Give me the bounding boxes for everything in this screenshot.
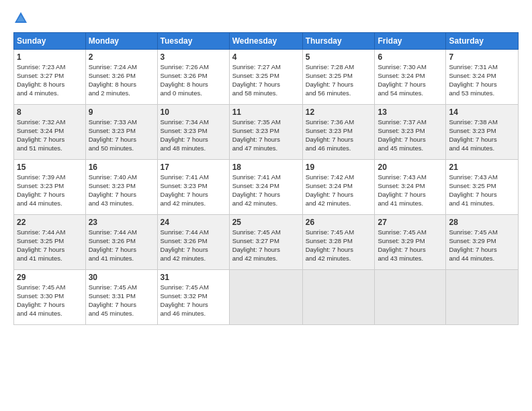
day-number: 19	[306, 162, 372, 173]
header-wednesday: Wednesday	[229, 33, 302, 50]
day-info: Sunrise: 7:26 AM Sunset: 3:26 PM Dayligh…	[161, 63, 209, 96]
day-cell: 21Sunrise: 7:43 AM Sunset: 3:25 PM Dayli…	[446, 160, 519, 215]
day-number: 6	[378, 52, 443, 62]
day-cell: 8Sunrise: 7:32 AM Sunset: 3:24 PM Daylig…	[14, 105, 86, 160]
day-number: 18	[232, 162, 300, 173]
day-cell: 20Sunrise: 7:43 AM Sunset: 3:24 PM Dayli…	[375, 160, 446, 215]
calendar-page: SundayMondayTuesdayWednesdayThursdayFrid…	[0, 0, 532, 411]
day-number: 21	[449, 162, 515, 173]
week-row-2: 8Sunrise: 7:32 AM Sunset: 3:24 PM Daylig…	[14, 105, 519, 160]
day-cell: 29Sunrise: 7:45 AM Sunset: 3:30 PM Dayli…	[14, 270, 86, 325]
day-cell: 12Sunrise: 7:36 AM Sunset: 3:23 PM Dayli…	[302, 105, 375, 160]
day-info: Sunrise: 7:43 AM Sunset: 3:25 PM Dayligh…	[449, 173, 497, 206]
day-number: 24	[161, 217, 226, 228]
header-tuesday: Tuesday	[157, 33, 229, 50]
day-cell: 13Sunrise: 7:37 AM Sunset: 3:23 PM Dayli…	[375, 105, 446, 160]
day-number: 29	[17, 272, 83, 283]
day-info: Sunrise: 7:45 AM Sunset: 3:27 PM Dayligh…	[232, 228, 281, 261]
day-cell: 6Sunrise: 7:30 AM Sunset: 3:24 PM Daylig…	[375, 50, 446, 105]
day-number: 8	[17, 107, 83, 118]
day-cell: 28Sunrise: 7:45 AM Sunset: 3:29 PM Dayli…	[446, 215, 519, 270]
day-info: Sunrise: 7:44 AM Sunset: 3:25 PM Dayligh…	[17, 228, 65, 261]
day-info: Sunrise: 7:30 AM Sunset: 3:24 PM Dayligh…	[378, 63, 426, 96]
day-cell: 17Sunrise: 7:41 AM Sunset: 3:23 PM Dayli…	[157, 160, 229, 215]
day-info: Sunrise: 7:27 AM Sunset: 3:25 PM Dayligh…	[232, 63, 281, 96]
day-info: Sunrise: 7:38 AM Sunset: 3:23 PM Dayligh…	[449, 118, 497, 151]
day-info: Sunrise: 7:33 AM Sunset: 3:23 PM Dayligh…	[89, 118, 137, 151]
day-number: 13	[378, 107, 443, 118]
day-info: Sunrise: 7:39 AM Sunset: 3:23 PM Dayligh…	[17, 173, 65, 206]
day-cell: 19Sunrise: 7:42 AM Sunset: 3:24 PM Dayli…	[302, 160, 375, 215]
day-number: 14	[449, 107, 515, 118]
header-monday: Monday	[85, 33, 157, 50]
day-info: Sunrise: 7:28 AM Sunset: 3:25 PM Dayligh…	[306, 63, 354, 96]
day-number: 30	[89, 272, 154, 283]
day-number: 5	[306, 52, 372, 62]
week-row-4: 22Sunrise: 7:44 AM Sunset: 3:25 PM Dayli…	[14, 215, 519, 270]
day-number: 12	[306, 107, 372, 118]
day-number: 2	[89, 52, 154, 62]
day-info: Sunrise: 7:34 AM Sunset: 3:23 PM Dayligh…	[161, 118, 209, 151]
day-info: Sunrise: 7:45 AM Sunset: 3:30 PM Dayligh…	[17, 283, 65, 316]
day-cell: 10Sunrise: 7:34 AM Sunset: 3:23 PM Dayli…	[157, 105, 229, 160]
day-cell: 22Sunrise: 7:44 AM Sunset: 3:25 PM Dayli…	[14, 215, 86, 270]
day-number: 4	[232, 52, 300, 62]
day-info: Sunrise: 7:36 AM Sunset: 3:23 PM Dayligh…	[306, 118, 354, 151]
day-cell: 26Sunrise: 7:45 AM Sunset: 3:28 PM Dayli…	[302, 215, 375, 270]
day-number: 3	[161, 52, 226, 62]
day-number: 7	[449, 52, 515, 62]
day-cell: 15Sunrise: 7:39 AM Sunset: 3:23 PM Dayli…	[14, 160, 86, 215]
day-info: Sunrise: 7:24 AM Sunset: 3:26 PM Dayligh…	[89, 63, 137, 96]
day-cell: 3Sunrise: 7:26 AM Sunset: 3:26 PM Daylig…	[157, 50, 229, 105]
day-cell: 27Sunrise: 7:45 AM Sunset: 3:29 PM Dayli…	[375, 215, 446, 270]
day-info: Sunrise: 7:37 AM Sunset: 3:23 PM Dayligh…	[378, 118, 426, 151]
day-number: 1	[17, 52, 83, 62]
day-cell: 1Sunrise: 7:23 AM Sunset: 3:27 PM Daylig…	[14, 50, 86, 105]
day-info: Sunrise: 7:35 AM Sunset: 3:23 PM Dayligh…	[232, 118, 281, 151]
day-info: Sunrise: 7:41 AM Sunset: 3:24 PM Dayligh…	[232, 173, 281, 206]
day-number: 9	[89, 107, 154, 118]
day-cell: 30Sunrise: 7:45 AM Sunset: 3:31 PM Dayli…	[85, 270, 157, 325]
header-friday: Friday	[375, 33, 446, 50]
day-info: Sunrise: 7:23 AM Sunset: 3:27 PM Dayligh…	[17, 63, 65, 96]
day-cell: 18Sunrise: 7:41 AM Sunset: 3:24 PM Dayli…	[229, 160, 302, 215]
day-info: Sunrise: 7:42 AM Sunset: 3:24 PM Dayligh…	[306, 173, 354, 206]
day-cell	[302, 270, 375, 325]
day-info: Sunrise: 7:44 AM Sunset: 3:26 PM Dayligh…	[89, 228, 137, 261]
day-number: 15	[17, 162, 83, 173]
day-number: 23	[89, 217, 154, 228]
day-info: Sunrise: 7:45 AM Sunset: 3:29 PM Dayligh…	[449, 228, 497, 261]
day-info: Sunrise: 7:45 AM Sunset: 3:31 PM Dayligh…	[89, 283, 137, 316]
day-cell: 2Sunrise: 7:24 AM Sunset: 3:26 PM Daylig…	[85, 50, 157, 105]
day-info: Sunrise: 7:41 AM Sunset: 3:23 PM Dayligh…	[161, 173, 209, 206]
day-cell: 5Sunrise: 7:28 AM Sunset: 3:25 PM Daylig…	[302, 50, 375, 105]
day-number: 17	[161, 162, 226, 173]
day-info: Sunrise: 7:45 AM Sunset: 3:28 PM Dayligh…	[306, 228, 354, 261]
logo-icon	[13, 11, 28, 26]
day-number: 10	[161, 107, 226, 118]
day-cell	[375, 270, 446, 325]
day-number: 16	[89, 162, 154, 173]
day-info: Sunrise: 7:31 AM Sunset: 3:24 PM Dayligh…	[449, 63, 497, 96]
day-cell	[446, 270, 519, 325]
day-cell: 14Sunrise: 7:38 AM Sunset: 3:23 PM Dayli…	[446, 105, 519, 160]
day-cell: 4Sunrise: 7:27 AM Sunset: 3:25 PM Daylig…	[229, 50, 302, 105]
day-cell: 25Sunrise: 7:45 AM Sunset: 3:27 PM Dayli…	[229, 215, 302, 270]
day-cell: 24Sunrise: 7:44 AM Sunset: 3:26 PM Dayli…	[157, 215, 229, 270]
day-cell: 7Sunrise: 7:31 AM Sunset: 3:24 PM Daylig…	[446, 50, 519, 105]
day-cell: 11Sunrise: 7:35 AM Sunset: 3:23 PM Dayli…	[229, 105, 302, 160]
day-info: Sunrise: 7:43 AM Sunset: 3:24 PM Dayligh…	[378, 173, 426, 206]
header-saturday: Saturday	[446, 33, 519, 50]
day-number: 25	[232, 217, 300, 228]
header-thursday: Thursday	[302, 33, 375, 50]
header-row: SundayMondayTuesdayWednesdayThursdayFrid…	[14, 33, 519, 50]
day-cell: 9Sunrise: 7:33 AM Sunset: 3:23 PM Daylig…	[85, 105, 157, 160]
day-cell	[229, 270, 302, 325]
day-number: 31	[161, 272, 226, 283]
day-info: Sunrise: 7:45 AM Sunset: 3:29 PM Dayligh…	[378, 228, 426, 261]
header-area	[13, 11, 519, 26]
day-number: 27	[378, 217, 443, 228]
day-info: Sunrise: 7:45 AM Sunset: 3:32 PM Dayligh…	[161, 283, 209, 316]
day-number: 28	[449, 217, 515, 228]
day-number: 22	[17, 217, 83, 228]
